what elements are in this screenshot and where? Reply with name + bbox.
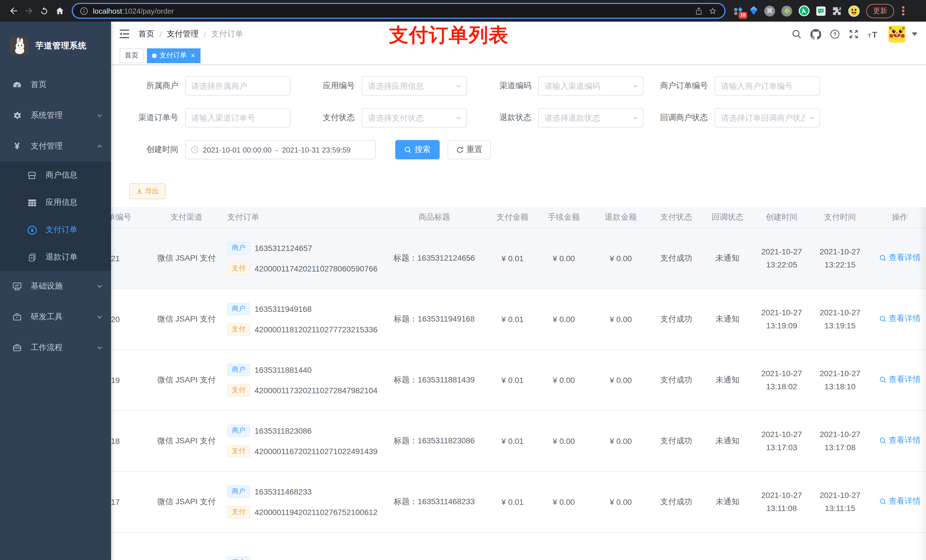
app-logo[interactable]: 芋道管理系统: [0, 22, 111, 69]
table-row-partial[interactable]: 商户1635311351796: [111, 532, 926, 560]
pikachu-avatar-icon: [888, 26, 905, 43]
sidebar-item-pay[interactable]: ¥ 支付管理: [0, 131, 111, 162]
tag-close-icon[interactable]: ×: [191, 52, 195, 59]
share-icon[interactable]: [694, 6, 703, 15]
sidebar-item-merchant-info[interactable]: 商户信息: [0, 162, 111, 189]
table-row[interactable]: 19 微信 JSAPI 支付 商户1635311881440支付42000011…: [111, 349, 926, 410]
filter-label: 渠道订单号: [120, 113, 185, 123]
browser-home-button[interactable]: [52, 3, 67, 18]
merchant-input[interactable]: [191, 82, 284, 91]
header-fullscreen-button[interactable]: [849, 29, 859, 39]
view-detail-link[interactable]: 查看详情: [879, 314, 921, 324]
filter-row-2: 渠道订单号 支付状态 退款状态 回调商户状态: [111, 108, 926, 127]
cell-fee: ¥ 0.00: [535, 288, 592, 349]
chevron-down-icon: [632, 115, 639, 121]
cell-notify-status: 未通知: [703, 471, 752, 532]
date-range-picker[interactable]: 2021-10-01 00:00:00 - 2021-10-31 23:59:5…: [185, 140, 376, 159]
browser-profile-avatar[interactable]: [848, 5, 860, 17]
sidebar-item-app-info[interactable]: 应用信息: [0, 189, 111, 216]
cell-amount: ¥ 0.01: [490, 471, 535, 532]
sidebar-item-refund-order[interactable]: 退款订单: [0, 244, 111, 271]
cell-id: 17: [111, 471, 154, 532]
filter-label: 创建时间: [120, 145, 185, 155]
extension-chat-icon[interactable]: [816, 6, 826, 16]
sidebar-item-system[interactable]: 系统管理: [0, 100, 111, 131]
collapse-sidebar-button[interactable]: [120, 29, 130, 39]
col-paid: 支付时间: [811, 207, 869, 228]
filter-merchant: 所属商户: [120, 76, 291, 96]
breadcrumb-home[interactable]: 首页: [138, 29, 154, 39]
breadcrumb: 首页 / 支付管理 / 支付订单: [138, 29, 243, 39]
cell-channel: 微信 JSAPI 支付: [154, 228, 219, 288]
cell-pay-order: 商户1635311468233支付42000011942021102767521…: [219, 471, 379, 532]
home-icon: [54, 6, 65, 16]
sidebar-item-dev-tools[interactable]: 研发工具: [0, 302, 111, 332]
filter-app-id: 应用编号: [296, 76, 467, 96]
extensions-puzzle-icon[interactable]: [832, 6, 842, 16]
export-button[interactable]: 导出: [129, 183, 166, 199]
filter-merchant-order-no: 商户订单编号: [649, 76, 820, 96]
browser-update-button[interactable]: 更新: [866, 4, 894, 18]
cell-channel: [154, 532, 219, 560]
table-row[interactable]: 18 微信 JSAPI 支付 商户1635311823086支付42000011…: [111, 410, 926, 471]
search-button[interactable]: 搜索: [395, 140, 440, 159]
col-channel: 支付渠道: [154, 207, 219, 228]
browser-back-button[interactable]: [6, 3, 21, 18]
sidebar-item-infra[interactable]: 基础设施: [0, 271, 111, 302]
svg-text:?: ?: [833, 31, 837, 37]
cell-actions: 查看详情: [869, 410, 926, 471]
sidebar-item-pay-order[interactable]: ¥ 支付订单: [0, 216, 111, 244]
active-dot-icon: [152, 53, 157, 58]
pay-status-select[interactable]: [368, 113, 461, 122]
reset-button[interactable]: 重置: [448, 140, 491, 159]
extension-green-dot-icon[interactable]: [781, 5, 792, 16]
header-github-button[interactable]: [810, 29, 821, 39]
cell-pay-status: 支付成功: [649, 410, 703, 471]
extension-command-icon[interactable]: ⌘: [764, 5, 775, 16]
extension-badge: 10: [738, 12, 747, 18]
header-search-button[interactable]: [791, 29, 802, 39]
view-detail-link[interactable]: 查看详情: [879, 436, 921, 446]
filter-label: 商户订单编号: [649, 81, 715, 91]
view-detail-link[interactable]: 查看详情: [879, 253, 921, 263]
tag-pay-order[interactable]: 支付订单 ×: [147, 48, 200, 63]
browser-menu-icon[interactable]: [900, 6, 906, 15]
bookmark-star-icon[interactable]: [708, 6, 717, 16]
extension-kite-icon[interactable]: [749, 6, 758, 16]
merchant-order-no-input[interactable]: [721, 82, 814, 91]
cell-title: 标题：1635311949168: [379, 288, 490, 349]
filter-label: 退款状态: [473, 113, 538, 123]
merchant-order-no: 1635311823086: [254, 426, 312, 435]
col-notify-status: 回调状态: [703, 207, 752, 228]
header-fontsize-button[interactable]: TT: [867, 30, 880, 39]
browser-extensions: 10 ⌘ 更新: [734, 4, 906, 18]
view-detail-link[interactable]: 查看详情: [879, 497, 921, 507]
sidebar-item-home[interactable]: 首页: [0, 69, 111, 100]
browser-reload-button[interactable]: [36, 3, 52, 18]
sidebar-item-workflow[interactable]: 工作流程: [0, 332, 111, 363]
user-avatar[interactable]: [888, 26, 905, 43]
table-row[interactable]: 17 微信 JSAPI 支付 商户1635311468233支付42000011…: [111, 471, 926, 532]
notify-status-select[interactable]: [721, 113, 814, 122]
breadcrumb-pay-manage[interactable]: 支付管理: [167, 29, 199, 39]
address-bar[interactable]: localhost:1024/pay/order: [72, 3, 726, 19]
view-detail-link[interactable]: 查看详情: [879, 375, 921, 385]
site-info-icon[interactable]: [80, 6, 88, 15]
channel-code-select[interactable]: [545, 82, 637, 91]
tag-home[interactable]: 首页: [120, 48, 144, 63]
extension-grid-icon[interactable]: 10: [734, 6, 743, 16]
avatar-caret-icon[interactable]: [912, 32, 917, 36]
browser-forward-button[interactable]: [21, 3, 36, 18]
channel-order-no-input[interactable]: [191, 113, 284, 122]
table-row[interactable]: 21 微信 JSAPI 支付 商户1635312124657支付42000011…: [111, 228, 926, 288]
merchant-tag: 商户: [227, 424, 250, 437]
cell-id: 21: [111, 228, 154, 288]
sidebar-submenu-pay: 商户信息 应用信息 ¥ 支付订单 退款订单: [0, 162, 111, 271]
table-row[interactable]: 20 微信 JSAPI 支付 商户1635311949168支付42000011…: [111, 288, 926, 349]
header-help-button[interactable]: ?: [830, 29, 840, 39]
sidebar-item-label: 支付管理: [31, 141, 63, 151]
extension-yuque-icon[interactable]: [799, 5, 810, 17]
app-id-select[interactable]: [368, 82, 461, 91]
pay-tag: 支付: [227, 445, 250, 457]
refund-status-select[interactable]: [545, 113, 637, 122]
